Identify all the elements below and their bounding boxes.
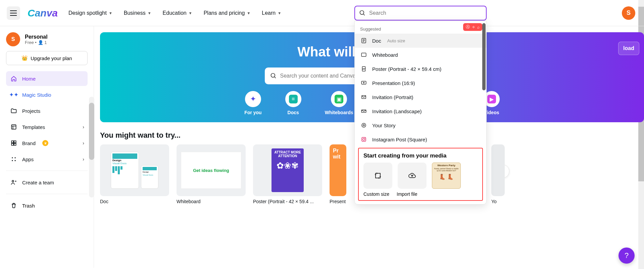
sidebar-item-create-team[interactable]: Create a team bbox=[6, 175, 88, 190]
svg-point-5 bbox=[363, 82, 364, 83]
hamburger-menu-button[interactable] bbox=[7, 6, 20, 20]
svg-point-24 bbox=[271, 74, 275, 78]
suggestion-whiteboard[interactable]: Whiteboard bbox=[355, 48, 486, 62]
top-bar: Canva Design spotlight▼ Business▼ Educat… bbox=[0, 0, 644, 26]
whiteboard-icon bbox=[360, 51, 367, 58]
svg-point-11 bbox=[363, 138, 365, 140]
chevron-down-icon: ▼ bbox=[247, 11, 250, 15]
svg-point-22 bbox=[15, 160, 16, 161]
workspace-name: Personal bbox=[25, 34, 48, 40]
nav-plans-pricing[interactable]: Plans and pricing▼ bbox=[204, 10, 251, 16]
upgrade-plan-button[interactable]: 👑 Upgrade your plan bbox=[6, 51, 88, 65]
magic-icon: ✧ bbox=[472, 25, 475, 30]
nav-learn[interactable]: Learn▼ bbox=[262, 10, 281, 16]
suggestion-label: Whiteboard bbox=[372, 52, 398, 58]
sidebar-item-home[interactable]: Home bbox=[6, 71, 88, 86]
help-fab-button[interactable]: ? bbox=[618, 248, 635, 264]
top-nav: Design spotlight▼ Business▼ Education▼ P… bbox=[68, 10, 281, 16]
sidebar-item-magic-studio[interactable]: ✦✦ Magic Studio bbox=[6, 87, 88, 102]
category-label: Docs bbox=[288, 110, 299, 115]
chevron-down-icon: ▼ bbox=[189, 11, 192, 15]
svg-point-0 bbox=[360, 10, 364, 14]
workspace-switcher[interactable]: S Personal Free • 👤 1 bbox=[6, 32, 88, 46]
sidebar-scrollbar[interactable] bbox=[89, 97, 94, 197]
user-avatar[interactable]: S bbox=[622, 6, 635, 20]
suggestion-poster[interactable]: Poster (Portrait - 42 × 59.4 cm) bbox=[355, 62, 486, 76]
category-whiteboards[interactable]: ▣Whiteboards bbox=[325, 91, 353, 115]
sidebar-item-brand[interactable]: Brand ♛ › bbox=[6, 136, 88, 150]
search-suggestions-dropdown: Ⓐ✧⌕ Suggested Doc Auto size Whiteboard P… bbox=[354, 21, 487, 205]
category-docs[interactable]: ≡Docs bbox=[285, 91, 301, 115]
svg-rect-17 bbox=[11, 143, 13, 145]
media-labels: Custom size Import file bbox=[363, 191, 478, 197]
sidebar-item-apps[interactable]: Apps › bbox=[6, 152, 88, 167]
custom-size-icon bbox=[374, 172, 382, 180]
category-for-you[interactable]: ✦For you bbox=[244, 91, 261, 115]
sidebar-divider bbox=[6, 171, 88, 171]
card-poster[interactable]: ATTRACT MORE ATTENTION✿❀✾ Poster (Portra… bbox=[253, 144, 322, 204]
card-whiteboard[interactable]: Get ideas flowing Whiteboard bbox=[177, 144, 246, 204]
suggestion-your-story[interactable]: Your Story bbox=[355, 118, 486, 132]
sidebar-scrollbar-thumb[interactable] bbox=[89, 103, 94, 160]
suggestion-label: Your Story bbox=[372, 123, 396, 128]
svg-point-20 bbox=[15, 157, 16, 158]
dropdown-scrollbar[interactable] bbox=[482, 23, 486, 90]
search-icon bbox=[270, 73, 277, 79]
ai-tools-badge[interactable]: Ⓐ✧⌕ bbox=[463, 23, 482, 31]
card-presentation[interactable]: Pr wit Present bbox=[330, 144, 346, 204]
suggestion-instagram-post[interactable]: Instagram Post (Square) bbox=[355, 132, 486, 146]
media-box-title: Start creating from your media bbox=[363, 152, 478, 159]
nav-education[interactable]: Education▼ bbox=[163, 10, 192, 16]
whiteboard-icon: ▣ bbox=[335, 95, 343, 103]
sidebar-item-templates[interactable]: Templates › bbox=[6, 120, 88, 134]
svg-rect-13 bbox=[376, 173, 380, 178]
help-icon: ? bbox=[625, 251, 629, 260]
canva-logo[interactable]: Canva bbox=[28, 7, 58, 19]
card-title: Doc bbox=[100, 199, 169, 204]
doc-icon: ≡ bbox=[289, 95, 298, 103]
sidebar-label: Magic Studio bbox=[22, 92, 51, 98]
custom-size-tile[interactable] bbox=[363, 163, 392, 189]
nav-business[interactable]: Business▼ bbox=[124, 10, 151, 16]
import-file-label: Import file bbox=[397, 191, 417, 197]
recent-title: Western Party bbox=[433, 164, 459, 167]
svg-rect-18 bbox=[14, 143, 16, 145]
nav-design-spotlight[interactable]: Design spotlight▼ bbox=[68, 10, 112, 16]
nav-label: Education bbox=[163, 10, 187, 16]
home-icon bbox=[10, 75, 17, 82]
import-file-tile[interactable] bbox=[398, 163, 427, 189]
chevron-right-icon: › bbox=[83, 156, 84, 162]
sparkle-icon: ✦✦ bbox=[10, 91, 17, 98]
upload-button[interactable]: load bbox=[618, 42, 639, 55]
sidebar-item-projects[interactable]: Projects bbox=[6, 103, 88, 118]
suggestion-label: Poster (Portrait - 42 × 59.4 cm) bbox=[372, 66, 441, 72]
suggestion-invitation-portrait[interactable]: Invitation (Portrait) bbox=[355, 90, 486, 104]
card-thumb: Get ideas flowing bbox=[177, 144, 246, 196]
svg-point-23 bbox=[12, 180, 14, 182]
main-layout: S Personal Free • 👤 1 👑 Upgrade your pla… bbox=[0, 26, 644, 268]
card-partial[interactable]: Yo bbox=[491, 144, 505, 204]
sidebar-item-trash[interactable]: Trash bbox=[6, 198, 88, 213]
suggestion-doc[interactable]: Doc Auto size bbox=[355, 34, 486, 48]
brand-icon bbox=[10, 139, 17, 147]
hamburger-icon bbox=[10, 10, 17, 16]
templates-icon bbox=[10, 123, 17, 131]
suggestion-invitation-landscape[interactable]: Invitation (Landscape) bbox=[355, 104, 486, 118]
svg-rect-15 bbox=[11, 141, 13, 143]
sidebar-label: Projects bbox=[22, 108, 40, 114]
global-search-input[interactable] bbox=[369, 10, 482, 16]
nav-label: Design spotlight bbox=[68, 10, 107, 16]
card-thumb: Pr wit bbox=[330, 144, 346, 196]
recent-upload-tile[interactable]: Western Party Howdy, partner! Ready to s… bbox=[432, 163, 461, 189]
story-icon bbox=[360, 122, 367, 129]
svg-rect-16 bbox=[14, 141, 16, 143]
card-doc[interactable]: DesignVisual Docs DesignVisual Docs Doc bbox=[100, 144, 169, 204]
card-title: Present bbox=[330, 199, 346, 204]
invitation-icon bbox=[360, 93, 367, 101]
upgrade-label: Upgrade your plan bbox=[31, 55, 72, 61]
svg-point-8 bbox=[362, 123, 366, 127]
suggestion-presentation[interactable]: Presentation (16:9) bbox=[355, 76, 486, 90]
card-thumb: DesignVisual Docs DesignVisual Docs bbox=[100, 144, 169, 196]
suggestion-sublabel: Auto size bbox=[387, 38, 405, 43]
global-search[interactable] bbox=[354, 6, 487, 20]
